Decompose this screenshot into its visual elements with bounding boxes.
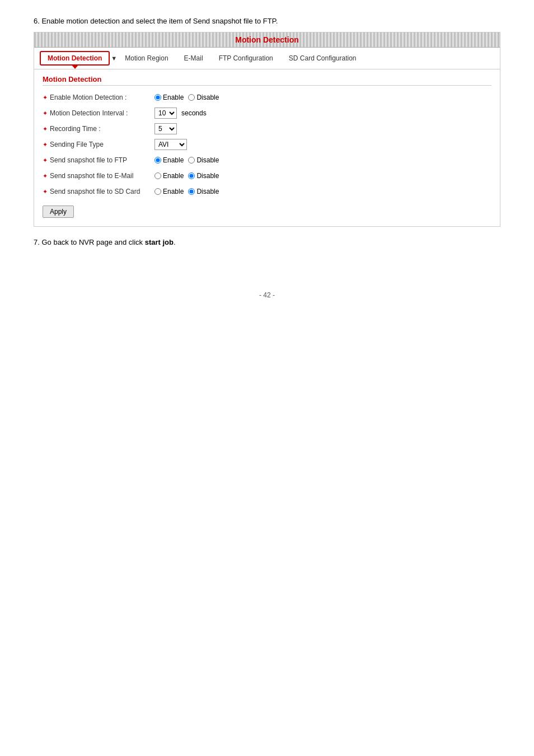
send-ftp-enable-radio[interactable] bbox=[154, 157, 161, 164]
motion-detection-panel: Motion Detection Motion Detection ▼ Moti… bbox=[34, 32, 500, 227]
tab-email[interactable]: E-Mail bbox=[176, 52, 211, 64]
send-sdcard-disable[interactable]: Disable bbox=[188, 188, 219, 195]
send-email-row: ✦ Send snapshot file to E-Mail Enable Di… bbox=[43, 170, 491, 182]
send-ftp-disable-radio[interactable] bbox=[188, 157, 195, 164]
diamond-icon-6: ✦ bbox=[43, 172, 48, 180]
send-sdcard-value: Enable Disable bbox=[154, 188, 219, 195]
step7-text: 7. Go back to NVR page and click start j… bbox=[34, 238, 500, 246]
tab-motion-region[interactable]: Motion Region bbox=[117, 52, 176, 64]
send-email-enable[interactable]: Enable bbox=[154, 172, 184, 180]
send-email-value: Enable Disable bbox=[154, 172, 219, 180]
sending-file-type-label: ✦ Sending File Type bbox=[43, 141, 154, 148]
send-email-label: ✦ Send snapshot file to E-Mail bbox=[43, 172, 154, 180]
enable-motion-detection-enable[interactable]: Enable bbox=[154, 94, 184, 101]
enable-motion-detection-label: ✦ Enable Motion Detection : bbox=[43, 94, 154, 101]
enable-motion-enable-radio[interactable] bbox=[154, 94, 161, 101]
send-sdcard-label: ✦ Send snapshot file to SD Card bbox=[43, 188, 154, 195]
diamond-icon-7: ✦ bbox=[43, 188, 48, 195]
panel-body: Motion Detection ✦ Enable Motion Detecti… bbox=[34, 69, 500, 226]
recording-time-value: 5 1 3 10 15 bbox=[154, 123, 177, 134]
motion-interval-select[interactable]: 10 5 15 20 30 bbox=[154, 108, 177, 119]
recording-time-select[interactable]: 5 1 3 10 15 bbox=[154, 123, 177, 134]
send-email-enable-radio[interactable] bbox=[154, 172, 161, 179]
send-ftp-disable[interactable]: Disable bbox=[188, 156, 219, 164]
panel-title: Motion Detection bbox=[235, 35, 299, 44]
sending-file-type-row: ✦ Sending File Type AVI JPEG bbox=[43, 138, 491, 151]
send-ftp-label: ✦ Send snapshot file to FTP bbox=[43, 156, 154, 164]
send-ftp-value: Enable Disable bbox=[154, 156, 219, 164]
send-sdcard-row: ✦ Send snapshot file to SD Card Enable D… bbox=[43, 185, 491, 198]
diamond-icon-5: ✦ bbox=[43, 157, 48, 164]
send-sdcard-disable-radio[interactable] bbox=[188, 188, 195, 195]
enable-motion-detection-value: Enable Disable bbox=[154, 94, 219, 101]
motion-interval-label: ✦ Motion Detection Interval : bbox=[43, 109, 154, 117]
page-number: - 42 - bbox=[34, 291, 500, 299]
motion-interval-row: ✦ Motion Detection Interval : 10 5 15 20… bbox=[43, 107, 491, 119]
diamond-icon-1: ✦ bbox=[43, 94, 48, 101]
sending-file-type-select[interactable]: AVI JPEG bbox=[154, 139, 187, 150]
send-sdcard-enable-radio[interactable] bbox=[154, 188, 161, 195]
apply-button[interactable]: Apply bbox=[43, 206, 74, 218]
send-sdcard-enable[interactable]: Enable bbox=[154, 188, 184, 195]
panel-title-bar: Motion Detection bbox=[34, 32, 500, 48]
enable-motion-disable-radio[interactable] bbox=[188, 94, 195, 101]
enable-motion-detection-disable[interactable]: Disable bbox=[188, 94, 219, 101]
tab-motion-detection[interactable]: Motion Detection bbox=[40, 51, 110, 66]
tab-sd-card-config[interactable]: SD Card Configuration bbox=[281, 52, 364, 64]
step6-text: 6. Enable motion detection and select th… bbox=[34, 17, 500, 25]
diamond-icon-3: ✦ bbox=[43, 125, 48, 133]
send-email-disable-radio[interactable] bbox=[188, 172, 195, 179]
send-ftp-row: ✦ Send snapshot file to FTP Enable Disab… bbox=[43, 154, 491, 166]
sending-file-type-value: AVI JPEG bbox=[154, 139, 187, 150]
diamond-icon-4: ✦ bbox=[43, 141, 48, 148]
send-ftp-enable[interactable]: Enable bbox=[154, 156, 184, 164]
section-heading: Motion Detection bbox=[43, 75, 491, 86]
enable-motion-detection-row: ✦ Enable Motion Detection : Enable Disab… bbox=[43, 91, 491, 104]
tab-ftp-config[interactable]: FTP Configuration bbox=[211, 52, 281, 64]
recording-time-label: ✦ Recording Time : bbox=[43, 125, 154, 133]
motion-interval-value: 10 5 15 20 30 seconds bbox=[154, 108, 207, 119]
recording-time-row: ✦ Recording Time : 5 1 3 10 15 bbox=[43, 123, 491, 135]
tab-arrow: ▼ bbox=[111, 55, 117, 62]
send-email-disable[interactable]: Disable bbox=[188, 172, 219, 180]
diamond-icon-2: ✦ bbox=[43, 110, 48, 117]
tab-bar: Motion Detection ▼ Motion Region E-Mail … bbox=[34, 48, 500, 69]
